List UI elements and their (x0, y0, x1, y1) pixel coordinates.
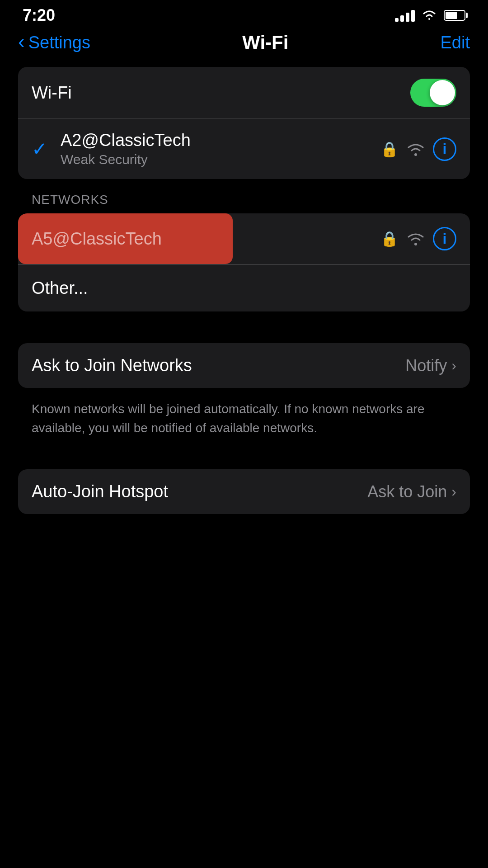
ask-to-join-description: Known networks will be joined automatica… (18, 392, 470, 442)
ask-to-join-label: Ask to Join Networks (32, 356, 192, 375)
other-network-label: Other... (32, 278, 88, 297)
back-label: Settings (28, 33, 90, 52)
network-a5-info-button[interactable]: i (433, 227, 456, 250)
auto-join-label: Auto-Join Hotspot (32, 482, 168, 501)
network-a5-info-icon: i (443, 231, 447, 247)
network-a5-wifi-icon (407, 231, 425, 246)
status-icons (395, 9, 465, 22)
wifi-status-icon (421, 9, 437, 22)
auto-join-value-group: Ask to Join › (367, 482, 456, 501)
wifi-strength-icon (407, 142, 425, 156)
auto-join-value: Ask to Join (367, 482, 447, 501)
wifi-toggle-label: Wi-Fi (32, 83, 72, 103)
back-chevron-icon: ‹ (18, 32, 25, 52)
networks-section-header: NETWORKS (18, 184, 470, 213)
other-network-row[interactable]: Other... (18, 264, 470, 311)
status-time: 7:20 (23, 6, 55, 25)
ask-to-join-row[interactable]: Ask to Join Networks Notify › (18, 343, 470, 388)
svg-point-1 (414, 243, 417, 245)
network-item-a5-content: A5@ClassicTech 🔒 i (32, 227, 456, 250)
connected-network-icons: 🔒 i (380, 137, 456, 161)
networks-card: A5@ClassicTech A5@ClassicTech 🔒 i (18, 213, 470, 311)
toggle-knob (430, 80, 455, 105)
network-a5-icons: 🔒 i (380, 227, 456, 250)
connected-network-row: ✓ A2@ClassicTech Weak Security 🔒 i (18, 119, 470, 179)
wifi-toggle-card: Wi-Fi ✓ A2@ClassicTech Weak Security 🔒 (18, 67, 470, 179)
svg-point-0 (414, 153, 417, 156)
network-a5-lock-icon: 🔒 (380, 230, 399, 247)
ask-to-join-value-group: Notify › (405, 356, 456, 375)
wifi-toggle[interactable] (410, 79, 456, 107)
connected-network-info: A2@ClassicTech Weak Security (61, 131, 191, 167)
ask-to-join-card: Ask to Join Networks Notify › (18, 343, 470, 388)
spacer-1 (18, 316, 470, 343)
auto-join-row[interactable]: Auto-Join Hotspot Ask to Join › (18, 469, 470, 514)
auto-join-chevron-icon: › (451, 483, 456, 500)
nav-bar: ‹ Settings Wi-Fi Edit (0, 27, 488, 62)
edit-button[interactable]: Edit (441, 33, 470, 52)
ask-to-join-value: Notify (405, 356, 447, 375)
connected-network-left: ✓ A2@ClassicTech Weak Security (32, 131, 191, 167)
back-button[interactable]: ‹ Settings (18, 33, 90, 52)
auto-join-card: Auto-Join Hotspot Ask to Join › (18, 469, 470, 514)
signal-bars-icon (395, 9, 415, 22)
connected-network-subtitle: Weak Security (61, 152, 191, 167)
ask-to-join-chevron-icon: › (451, 357, 456, 374)
page-title: Wi-Fi (242, 32, 288, 53)
network-item-a5[interactable]: A5@ClassicTech A5@ClassicTech 🔒 i (18, 213, 470, 264)
checkmark-icon: ✓ (32, 138, 50, 160)
wifi-toggle-row: Wi-Fi (18, 67, 470, 119)
status-bar: 7:20 (0, 0, 488, 27)
battery-icon (444, 10, 465, 21)
spacer-2 (18, 442, 470, 469)
connected-network-name: A2@ClassicTech (61, 131, 191, 150)
connected-network-info-button[interactable]: i (433, 137, 456, 161)
info-icon: i (443, 141, 447, 157)
content-area: Wi-Fi ✓ A2@ClassicTech Weak Security 🔒 (0, 62, 488, 546)
lock-icon: 🔒 (380, 141, 399, 158)
